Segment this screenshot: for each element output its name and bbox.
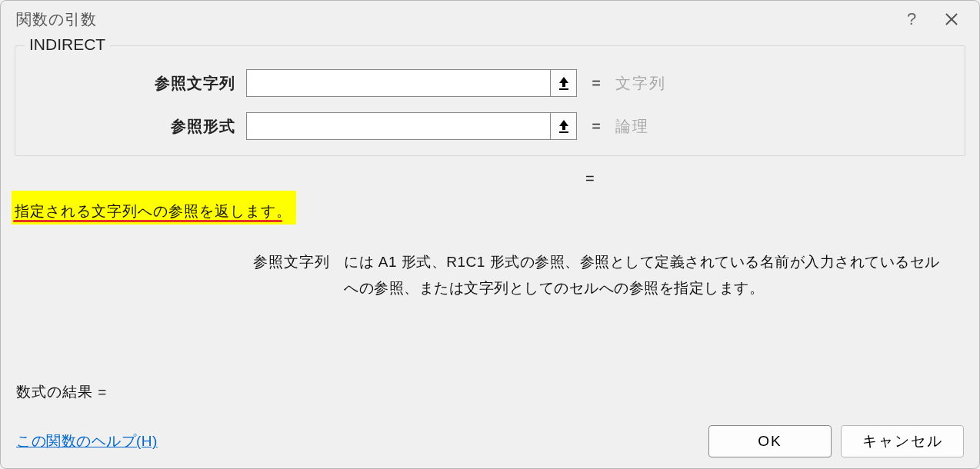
argument-description-name: 参照文字列 [253, 249, 344, 301]
function-summary: 指定される文字列への参照を返します。 [15, 203, 292, 219]
ref-text-input[interactable] [247, 70, 550, 96]
arg-input-wrap-ref-text [246, 69, 577, 97]
arg-label-ref-text: 参照文字列 [31, 73, 246, 94]
equals-sign: = [577, 75, 615, 92]
footer-row: この関数のヘルプ(H) OK キャンセル [16, 425, 964, 457]
description-area: 指定される文字列への参照を返します。 参照文字列 には A1 形式、R1C1 形… [1, 191, 979, 368]
argument-description: 参照文字列 には A1 形式、R1C1 形式の参照、参照として定義されている名前… [15, 249, 965, 301]
svg-rect-0 [559, 88, 568, 90]
close-icon [945, 13, 958, 25]
equals-sign: = [577, 118, 615, 135]
arg-label-a1: 参照形式 [31, 116, 246, 137]
help-icon[interactable]: ? [893, 1, 930, 38]
collapse-dialog-button[interactable] [550, 113, 576, 139]
dialog-footer: 数式の結果 = この関数のヘルプ(H) OK キャンセル [1, 368, 979, 468]
arg-input-wrap-a1 [246, 112, 577, 140]
arg-row-a1: 参照形式 = 論理 [31, 112, 949, 140]
function-fieldset: INDIRECT 参照文字列 = 文字列 参照形式 [15, 45, 965, 156]
function-name: INDIRECT [25, 35, 110, 54]
titlebar: 関数の引数 ? [1, 1, 979, 38]
function-arguments-dialog: 関数の引数 ? INDIRECT 参照文字列 = 文字列 [0, 0, 980, 469]
highlight-underline [13, 220, 282, 222]
a1-input[interactable] [247, 113, 550, 139]
arg-hint-ref-text: 文字列 [615, 73, 666, 94]
function-summary-highlight: 指定される文字列への参照を返します。 [12, 191, 296, 225]
ok-button[interactable]: OK [708, 425, 832, 457]
cancel-button[interactable]: キャンセル [841, 425, 964, 457]
arg-row-ref-text: 参照文字列 = 文字列 [31, 69, 949, 97]
result-equals: = [1, 170, 979, 188]
close-button[interactable] [930, 1, 973, 38]
function-help-link[interactable]: この関数のヘルプ(H) [16, 431, 158, 451]
argument-description-text: には A1 形式、R1C1 形式の参照、参照として定義されている名前が入力されて… [344, 249, 942, 301]
dialog-title: 関数の引数 [16, 9, 893, 30]
arrow-up-icon [557, 118, 571, 134]
arrow-up-icon [557, 75, 571, 91]
collapse-dialog-button[interactable] [550, 70, 576, 96]
svg-rect-1 [559, 131, 568, 133]
formula-result-label: 数式の結果 = [16, 382, 964, 402]
arg-hint-a1: 論理 [615, 116, 649, 137]
